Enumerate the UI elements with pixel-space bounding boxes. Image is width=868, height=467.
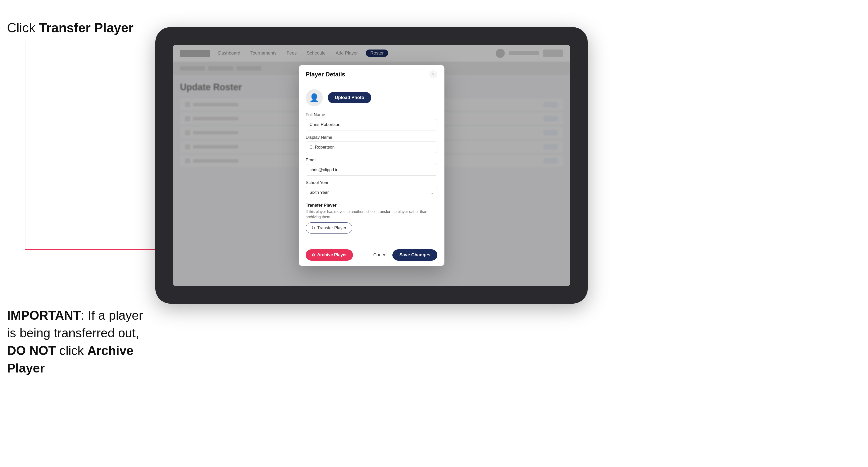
tablet-device: Dashboard Tournaments Fees Schedule Add … — [155, 27, 588, 304]
arrow-vertical — [25, 41, 25, 250]
transfer-section-description: If this player has moved to another scho… — [306, 209, 437, 219]
archive-player-label: Archive Player — [317, 252, 347, 257]
do-not-label: DO NOT — [7, 344, 56, 358]
tablet-screen: Dashboard Tournaments Fees Schedule Add … — [173, 45, 570, 286]
archive-icon: ⊘ — [312, 252, 315, 258]
transfer-section-title: Transfer Player — [306, 203, 437, 208]
display-name-label: Display Name — [306, 135, 437, 140]
avatar-row: 👤 Upload Photo — [306, 89, 437, 106]
transfer-player-button[interactable]: ↻ Transfer Player — [306, 222, 352, 234]
email-group: Email — [306, 158, 437, 176]
upload-photo-button[interactable]: Upload Photo — [328, 92, 371, 103]
full-name-group: Full Name — [306, 112, 437, 130]
school-year-label: School Year — [306, 180, 437, 185]
player-details-modal: Player Details × 👤 Upload Photo Full Nam — [299, 65, 444, 266]
modal-title: Player Details — [306, 71, 345, 78]
modal-close-button[interactable]: × — [429, 70, 437, 79]
footer-right-actions: Cancel Save Changes — [373, 249, 437, 261]
transfer-player-button-label: Transfer Player — [317, 225, 346, 230]
cancel-button[interactable]: Cancel — [373, 252, 388, 258]
display-name-input[interactable] — [306, 142, 437, 153]
full-name-label: Full Name — [306, 112, 437, 117]
school-year-select[interactable]: First Year Second Year Third Year Fourth… — [306, 187, 437, 198]
avatar: 👤 — [306, 89, 323, 106]
archive-player-button[interactable]: ⊘ Archive Player — [306, 249, 353, 261]
modal-body: 👤 Upload Photo Full Name Display Name — [299, 83, 444, 245]
modal-overlay: Player Details × 👤 Upload Photo Full Nam — [173, 45, 570, 286]
instruction-top: Click Transfer Player — [7, 20, 133, 35]
instruction-prefix: Click — [7, 20, 39, 35]
transfer-player-section: Transfer Player If this player has moved… — [306, 203, 437, 234]
school-year-group: School Year First Year Second Year Third… — [306, 180, 437, 198]
person-icon: 👤 — [309, 93, 319, 102]
instruction-highlight: Transfer Player — [39, 20, 133, 35]
instruction-bottom: IMPORTANT: If a player is being transfer… — [7, 307, 153, 377]
modal-header: Player Details × — [299, 65, 444, 83]
important-label: IMPORTANT — [7, 308, 81, 322]
modal-footer: ⊘ Archive Player Cancel Save Changes — [299, 245, 444, 266]
display-name-group: Display Name — [306, 135, 437, 153]
email-input[interactable] — [306, 164, 437, 176]
transfer-icon: ↻ — [311, 225, 315, 231]
instruction-text2: click — [56, 344, 87, 358]
email-label: Email — [306, 158, 437, 163]
full-name-input[interactable] — [306, 119, 437, 130]
save-changes-button[interactable]: Save Changes — [393, 249, 437, 261]
school-year-select-wrapper: First Year Second Year Third Year Fourth… — [306, 187, 437, 198]
